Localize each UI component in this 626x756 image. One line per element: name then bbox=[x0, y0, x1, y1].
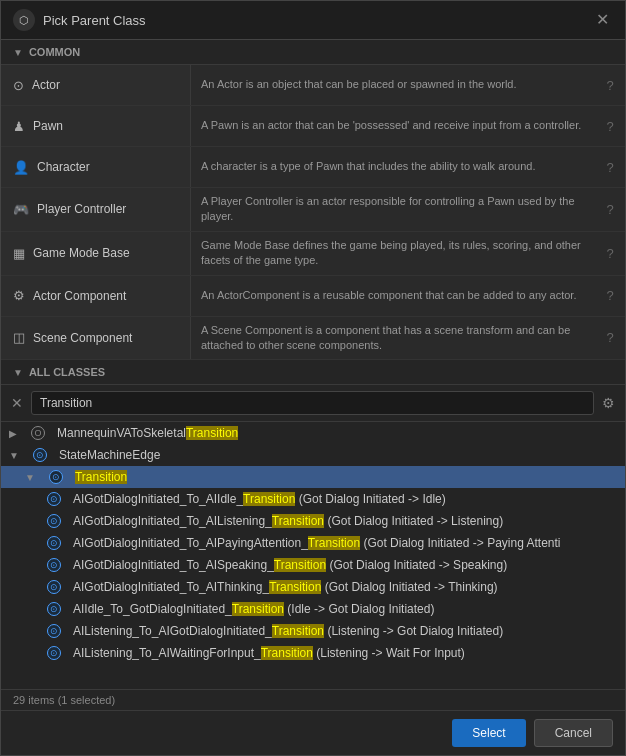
tree-item-ai-listening[interactable]: ⊙ AIGotDialogInitiated_To_AIListening_Tr… bbox=[1, 510, 625, 532]
tree-item-ai-waiting[interactable]: ⊙ AIListening_To_AIWaitingForInput_Trans… bbox=[1, 642, 625, 664]
tree-item-statemachineedge[interactable]: ▼ ⊙ StateMachineEdge bbox=[1, 444, 625, 466]
mannequin-expand-icon: ▶ bbox=[9, 428, 17, 439]
search-input[interactable] bbox=[31, 391, 594, 415]
pawn-help-icon[interactable]: ? bbox=[595, 119, 625, 134]
character-label: Character bbox=[37, 160, 90, 174]
ai-thinking-name: AIGotDialogInitiated_To_AIThinking_Trans… bbox=[73, 580, 617, 594]
player-controller-desc: A Player Controller is an actor responsi… bbox=[191, 188, 595, 231]
game-mode-icon: ▦ bbox=[13, 246, 25, 261]
select-button[interactable]: Select bbox=[452, 719, 525, 747]
class-item-actor-label-area: ⊙ Actor bbox=[1, 65, 191, 105]
tree-item-ai-idle-to-got[interactable]: ⊙ AIIdle_To_GotDialogInitiated_Transitio… bbox=[1, 598, 625, 620]
tree-item-ai-paying-attention[interactable]: ⊙ AIGotDialogInitiated_To_AIPayingAttent… bbox=[1, 532, 625, 554]
game-mode-label: Game Mode Base bbox=[33, 246, 130, 260]
actor-label: Actor bbox=[32, 78, 60, 92]
pawn-icon: ♟ bbox=[13, 119, 25, 134]
ai-listening-to-got-name: AIListening_To_AIGotDialogInitiated_Tran… bbox=[73, 624, 617, 638]
dialog: ⬡ Pick Parent Class ✕ ▼ COMMON ⊙ Actor A… bbox=[0, 0, 626, 756]
ai-listening-to-got-suffix: (Listening -> Got Dialog Initiated) bbox=[324, 624, 503, 638]
class-item-player-controller-label-area: 🎮 Player Controller bbox=[1, 188, 191, 231]
ai-paying-attention-name: AIGotDialogInitiated_To_AIPayingAttentio… bbox=[73, 536, 617, 550]
ai-waiting-highlight: Transition bbox=[261, 646, 313, 660]
tree-item-mannequin[interactable]: ▶ O MannequinVAToSkeletalTransition bbox=[1, 422, 625, 444]
class-item-actor-component[interactable]: ⚙ Actor Component An ActorComponent is a… bbox=[1, 276, 625, 317]
pawn-label: Pawn bbox=[33, 119, 63, 133]
ai-waiting-icon: ⊙ bbox=[47, 646, 61, 660]
class-item-pawn-label-area: ♟ Pawn bbox=[1, 106, 191, 146]
transition-highlight: Transition bbox=[75, 470, 127, 484]
cancel-button[interactable]: Cancel bbox=[534, 719, 613, 747]
tree-item-ai-speaking[interactable]: ⊙ AIGotDialogInitiated_To_AISpeaking_Tra… bbox=[1, 554, 625, 576]
statemachineedge-item-icon: ⊙ bbox=[33, 448, 47, 462]
tree-area[interactable]: ▶ O MannequinVAToSkeletalTransition ▼ ⊙ … bbox=[1, 422, 625, 689]
player-controller-help-icon[interactable]: ? bbox=[595, 202, 625, 217]
ai-idle-to-got-icon: ⊙ bbox=[47, 602, 61, 616]
statemachineedge-item-name: StateMachineEdge bbox=[59, 448, 617, 462]
class-item-game-mode-base[interactable]: ▦ Game Mode Base Game Mode Base defines … bbox=[1, 232, 625, 276]
game-mode-desc: Game Mode Base defines the game being pl… bbox=[191, 232, 595, 275]
close-button[interactable]: ✕ bbox=[592, 10, 613, 30]
actor-component-help-icon[interactable]: ? bbox=[595, 288, 625, 303]
game-mode-help-icon[interactable]: ? bbox=[595, 246, 625, 261]
title-bar: ⬡ Pick Parent Class ✕ bbox=[1, 1, 625, 40]
tree-item-ai-listening-to-got[interactable]: ⊙ AIListening_To_AIGotDialogInitiated_Tr… bbox=[1, 620, 625, 642]
pawn-desc: A Pawn is an actor that can be 'possesse… bbox=[191, 112, 595, 139]
actor-help-icon[interactable]: ? bbox=[595, 78, 625, 93]
actor-desc: An Actor is an object that can be placed… bbox=[191, 71, 595, 98]
ai-idle-to-got-name: AIIdle_To_GotDialogInitiated_Transition … bbox=[73, 602, 617, 616]
ai-speaking-name: AIGotDialogInitiated_To_AISpeaking_Trans… bbox=[73, 558, 617, 572]
all-classes-label: ALL CLASSES bbox=[29, 366, 105, 378]
class-item-character-label-area: 👤 Character bbox=[1, 147, 191, 187]
class-item-player-controller[interactable]: 🎮 Player Controller A Player Controller … bbox=[1, 188, 625, 232]
ue-logo-text: ⬡ bbox=[19, 14, 29, 27]
mannequin-item-name: MannequinVAToSkeletalTransition bbox=[57, 426, 617, 440]
ai-listening-to-got-icon: ⊙ bbox=[47, 624, 61, 638]
common-items-list: ⊙ Actor An Actor is an object that can b… bbox=[1, 65, 625, 360]
ai-speaking-icon: ⊙ bbox=[47, 558, 61, 572]
ai-paying-attention-suffix: (Got Dialog Initiated -> Paying Attenti bbox=[360, 536, 560, 550]
ai-waiting-name: AIListening_To_AIWaitingForInput_Transit… bbox=[73, 646, 617, 660]
actor-icon: ⊙ bbox=[13, 78, 24, 93]
tree-item-ai-thinking[interactable]: ⊙ AIGotDialogInitiated_To_AIThinking_Tra… bbox=[1, 576, 625, 598]
ai-thinking-suffix: (Got Dialog Initiated -> Thinking) bbox=[321, 580, 497, 594]
class-item-pawn[interactable]: ♟ Pawn A Pawn is an actor that can be 'p… bbox=[1, 106, 625, 147]
search-gear-icon[interactable]: ⚙ bbox=[600, 393, 617, 413]
tree-item-transition[interactable]: ▼ ⊙ Transition bbox=[1, 466, 625, 488]
common-section-header: ▼ COMMON bbox=[1, 40, 625, 65]
ai-idle-name: AIGotDialogInitiated_To_AIIdle_Transitio… bbox=[73, 492, 617, 506]
class-item-scene-component[interactable]: ◫ Scene Component A Scene Component is a… bbox=[1, 317, 625, 361]
ai-idle-highlight: Transition bbox=[243, 492, 295, 506]
all-classes-arrow: ▼ bbox=[13, 367, 23, 378]
ai-listening-name: AIGotDialogInitiated_To_AIListening_Tran… bbox=[73, 514, 617, 528]
class-item-actor[interactable]: ⊙ Actor An Actor is an object that can b… bbox=[1, 65, 625, 106]
character-help-icon[interactable]: ? bbox=[595, 160, 625, 175]
ai-speaking-suffix: (Got Dialog Initiated -> Speaking) bbox=[326, 558, 507, 572]
all-classes-section: ▼ ALL CLASSES ✕ ⚙ ▶ O MannequinVAToSkele… bbox=[1, 360, 625, 710]
ai-idle-icon: ⊙ bbox=[47, 492, 61, 506]
actor-component-label: Actor Component bbox=[33, 289, 126, 303]
ai-waiting-suffix: (Listening -> Wait For Input) bbox=[313, 646, 465, 660]
scene-component-desc: A Scene Component is a component that ha… bbox=[191, 317, 595, 360]
statemachineedge-expand-icon: ▼ bbox=[9, 450, 19, 461]
player-controller-label: Player Controller bbox=[37, 202, 126, 216]
ai-listening-highlight: Transition bbox=[272, 514, 324, 528]
character-desc: A character is a type of Pawn that inclu… bbox=[191, 153, 595, 180]
scene-component-help-icon[interactable]: ? bbox=[595, 330, 625, 345]
class-item-scene-component-label-area: ◫ Scene Component bbox=[1, 317, 191, 360]
common-arrow: ▼ bbox=[13, 47, 23, 58]
status-bar: 29 items (1 selected) bbox=[1, 689, 625, 710]
footer: Select Cancel bbox=[1, 710, 625, 755]
tree-item-ai-idle[interactable]: ⊙ AIGotDialogInitiated_To_AIIdle_Transit… bbox=[1, 488, 625, 510]
search-clear-button[interactable]: ✕ bbox=[9, 393, 25, 413]
ai-thinking-icon: ⊙ bbox=[47, 580, 61, 594]
search-bar: ✕ ⚙ bbox=[1, 385, 625, 422]
scene-component-icon: ◫ bbox=[13, 330, 25, 345]
mannequin-highlight: Transition bbox=[186, 426, 238, 440]
title-bar-left: ⬡ Pick Parent Class bbox=[13, 9, 146, 31]
transition-item-name: Transition bbox=[75, 470, 617, 484]
class-item-character[interactable]: 👤 Character A character is a type of Paw… bbox=[1, 147, 625, 188]
ai-idle-to-got-suffix: (Idle -> Got Dialog Initiated) bbox=[284, 602, 434, 616]
ai-speaking-highlight: Transition bbox=[274, 558, 326, 572]
ai-listening-suffix: (Got Dialog Initiated -> Listening) bbox=[324, 514, 503, 528]
mannequin-item-icon: O bbox=[31, 426, 45, 440]
